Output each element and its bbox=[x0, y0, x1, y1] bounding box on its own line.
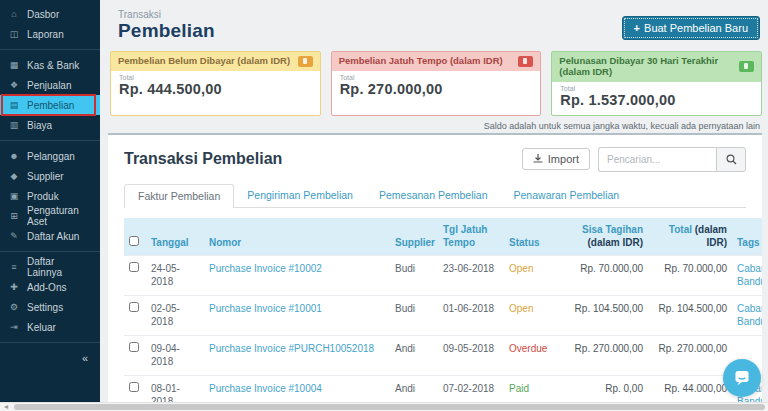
chat-widget-button[interactable] bbox=[723, 359, 761, 397]
sidebar-item-expenses[interactable]: ▥ Biaya bbox=[0, 115, 100, 135]
card-title: Pembelian Jatuh Tempo (dalam IDR) bbox=[339, 56, 503, 67]
page-header: Transaksi Pembelian +Buat Pembelian Baru bbox=[100, 0, 768, 42]
card-body: Total Rp. 270.000,00 bbox=[332, 71, 541, 104]
sidebar-item-label: Pelanggan bbox=[27, 151, 75, 162]
column-sisa-tagihan[interactable]: Sisa Tagihan (dalam IDR) bbox=[556, 218, 648, 256]
horizontal-scrollbar[interactable]: ◄ bbox=[0, 402, 768, 411]
import-button[interactable]: Import bbox=[522, 148, 590, 170]
table-header-row: Tanggal Nomor Supplier Tgl Jatuh Tempo S… bbox=[124, 218, 762, 256]
sidebar-item-settings[interactable]: ⚙ Settings bbox=[0, 297, 100, 317]
scroll-left-arrow[interactable]: ◄ bbox=[1, 403, 11, 411]
row-checkbox[interactable] bbox=[129, 342, 139, 352]
search-button[interactable] bbox=[716, 147, 746, 172]
table-row: 09-04-2018 Purchase Invoice #PURCH100520… bbox=[124, 335, 762, 375]
total-value: Rp. 1.537.000,00 bbox=[560, 92, 753, 108]
panel-tools: Import bbox=[522, 147, 746, 172]
sidebar: ⌂ Dasbor ◫ Laporan ▦ Kas & Bank ❖ Penjua… bbox=[0, 0, 100, 411]
select-all-checkbox[interactable] bbox=[129, 236, 139, 246]
tab-pemesanan-pembelian[interactable]: Pemesanan Pembelian bbox=[366, 184, 501, 208]
sidebar-item-reports[interactable]: ◫ Laporan bbox=[0, 24, 100, 44]
sidebar-item-label: Keluar bbox=[27, 322, 56, 333]
sidebar-divider bbox=[0, 49, 100, 50]
sidebar-item-logout[interactable]: ⇥ Keluar bbox=[0, 317, 100, 337]
sidebar-item-dashboard[interactable]: ⌂ Dasbor bbox=[0, 4, 100, 24]
cell-sisa: Rp. 104.500,00 bbox=[556, 295, 648, 335]
sidebar-item-customers[interactable]: ☻ Pelanggan bbox=[0, 146, 100, 166]
card-body: Total Rp. 444.500,00 bbox=[111, 71, 320, 104]
sidebar-item-label: Daftar Lainnya bbox=[27, 256, 92, 278]
cell-supplier: Andi bbox=[390, 335, 438, 375]
status-badge: Open bbox=[504, 255, 556, 295]
list-icon: ≡ bbox=[8, 262, 20, 272]
row-checkbox[interactable] bbox=[129, 302, 139, 312]
sidebar-item-label: Laporan bbox=[27, 29, 64, 40]
cell-total: Rp. 270.000,00 bbox=[648, 335, 732, 375]
sidebar-item-sales[interactable]: ❖ Penjualan bbox=[0, 75, 100, 95]
invoice-link[interactable]: Purchase Invoice #10004 bbox=[209, 383, 322, 394]
sidebar-item-label: Pembelian bbox=[27, 100, 74, 111]
expenses-icon: ▥ bbox=[8, 120, 20, 130]
panel-title: Transaksi Pembelian bbox=[124, 150, 282, 168]
tab-pengiriman-pembelian[interactable]: Pengiriman Pembelian bbox=[234, 184, 366, 208]
sidebar-divider bbox=[0, 251, 100, 252]
sidebar-divider bbox=[0, 140, 100, 141]
cell-jatuh-tempo: 01-06-2018 bbox=[438, 295, 504, 335]
tab-penawaran-pembelian[interactable]: Penawaran Pembelian bbox=[501, 184, 633, 208]
column-tgl-jatuh-tempo[interactable]: Tgl Jatuh Tempo bbox=[438, 218, 504, 256]
table-row: 02-05-2018 Purchase Invoice #10001 Budi … bbox=[124, 295, 762, 335]
main-content: Transaksi Pembelian +Buat Pembelian Baru… bbox=[100, 0, 768, 411]
total-label: Total bbox=[119, 74, 312, 81]
invoice-link[interactable]: Purchase Invoice #10001 bbox=[209, 303, 322, 314]
search-input[interactable] bbox=[598, 147, 716, 172]
tab-faktur-pembelian[interactable]: Faktur Pembelian bbox=[124, 184, 234, 208]
purchase-invoices-table: Tanggal Nomor Supplier Tgl Jatuh Tempo S… bbox=[124, 218, 762, 411]
card-badge-icon bbox=[298, 56, 313, 67]
invoice-link[interactable]: Purchase Invoice #PURCH10052018 bbox=[209, 343, 374, 354]
sidebar-item-asset-settings[interactable]: ⊞ Pengaturan Aset bbox=[0, 206, 100, 226]
logout-icon: ⇥ bbox=[8, 322, 20, 332]
summary-cards: Pembelian Belum Dibayar (dalam IDR) Tota… bbox=[110, 51, 762, 116]
card-payments-last-30-days: Pelunasan Dibayar 30 Hari Terakhir (dala… bbox=[551, 51, 762, 116]
transactions-panel: Transaksi Pembelian Import Faktur Pembel… bbox=[108, 133, 762, 411]
cell-tanggal: 09-04-2018 bbox=[146, 335, 204, 375]
invoice-link[interactable]: Purchase Invoice #10002 bbox=[209, 263, 322, 274]
sidebar-item-suppliers[interactable]: ◆ Supplier bbox=[0, 166, 100, 186]
scrollbar-thumb[interactable] bbox=[14, 404, 765, 410]
column-tanggal[interactable]: Tanggal bbox=[146, 218, 204, 256]
sales-icon: ❖ bbox=[8, 80, 20, 90]
card-header: Pembelian Jatuh Tempo (dalam IDR) bbox=[332, 52, 541, 71]
tag-link[interactable]: Cabang Bandung bbox=[737, 303, 762, 328]
sidebar-item-products[interactable]: ▣ Produk bbox=[0, 186, 100, 206]
column-tags[interactable]: Tags bbox=[732, 218, 762, 256]
card-badge-icon bbox=[739, 61, 754, 72]
chat-icon bbox=[733, 369, 751, 387]
create-purchase-button[interactable]: +Buat Pembelian Baru bbox=[622, 16, 760, 40]
sidebar-item-other-lists[interactable]: ≡ Daftar Lainnya bbox=[0, 257, 100, 277]
cell-jatuh-tempo: 23-06-2018 bbox=[438, 255, 504, 295]
sidebar-item-chart-of-accounts[interactable]: ✎ Daftar Akun bbox=[0, 226, 100, 246]
total-label: Total bbox=[340, 74, 533, 81]
tag-link[interactable]: Cabang Bandung bbox=[737, 263, 762, 288]
download-icon bbox=[533, 154, 543, 164]
column-nomor[interactable]: Nomor bbox=[204, 218, 390, 256]
row-checkbox[interactable] bbox=[129, 382, 139, 392]
sidebar-item-label: Supplier bbox=[27, 171, 64, 182]
cell-supplier: Budi bbox=[390, 255, 438, 295]
column-status[interactable]: Status bbox=[504, 218, 556, 256]
total-value: Rp. 270.000,00 bbox=[340, 81, 533, 97]
card-body: Total Rp. 1.537.000,00 bbox=[552, 82, 761, 115]
column-total[interactable]: Total (dalam IDR) bbox=[648, 218, 732, 256]
sidebar-item-cash-bank[interactable]: ▦ Kas & Bank bbox=[0, 55, 100, 75]
cell-total: Rp. 70.000,00 bbox=[648, 255, 732, 295]
sidebar-item-purchases[interactable]: ▤ Pembelian bbox=[0, 95, 100, 115]
sidebar-item-addons[interactable]: ✚ Add-Ons bbox=[0, 277, 100, 297]
card-title: Pembelian Belum Dibayar (dalam IDR) bbox=[118, 56, 290, 67]
sidebar-collapse-button[interactable]: « bbox=[0, 348, 100, 368]
cell-supplier: Budi bbox=[390, 295, 438, 335]
card-header: Pelunasan Dibayar 30 Hari Terakhir (dala… bbox=[552, 52, 761, 82]
status-badge: Overdue bbox=[504, 335, 556, 375]
row-checkbox[interactable] bbox=[129, 262, 139, 272]
column-supplier[interactable]: Supplier bbox=[390, 218, 438, 256]
panel-header: Transaksi Pembelian Import bbox=[124, 147, 746, 172]
cell-tanggal: 02-05-2018 bbox=[146, 295, 204, 335]
